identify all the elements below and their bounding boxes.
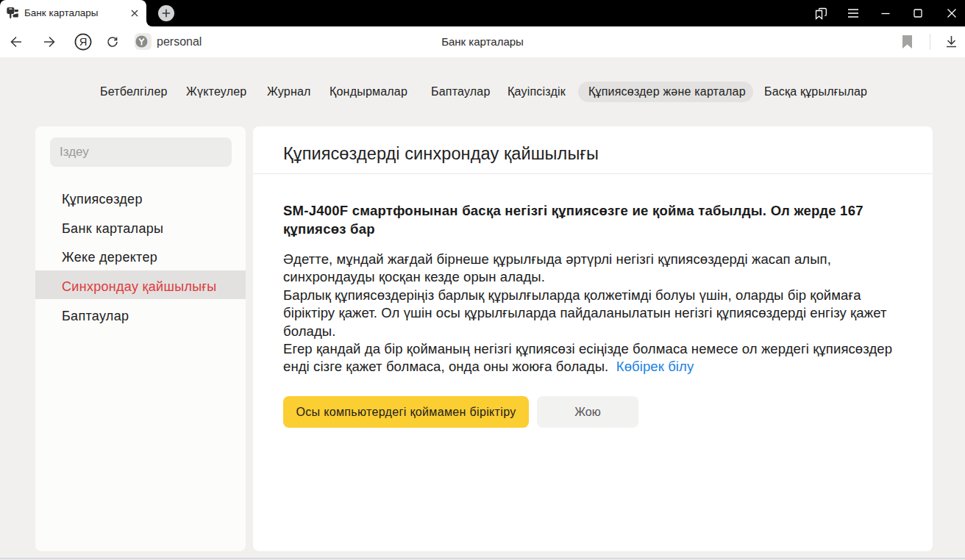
svg-text:Я: Я: [79, 36, 88, 48]
